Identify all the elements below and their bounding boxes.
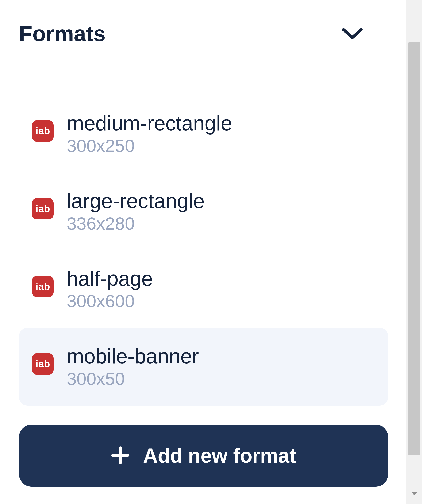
format-name: medium-rectangle — [67, 112, 232, 135]
iab-icon: iab — [32, 120, 54, 142]
scrollbar-thumb[interactable] — [409, 42, 420, 456]
format-item-medium-rectangle[interactable]: iab medium-rectangle 300x250 — [19, 95, 388, 173]
format-name: mobile-banner — [67, 345, 199, 368]
format-item-text: medium-rectangle 300x250 — [67, 112, 232, 156]
format-dimensions: 300x50 — [67, 369, 199, 389]
iab-icon: iab — [32, 276, 54, 297]
format-item-large-rectangle[interactable]: iab large-rectangle 336x280 — [19, 173, 388, 250]
scrollbar-down-arrow-icon[interactable] — [406, 483, 422, 504]
format-dimensions: 336x280 — [67, 214, 205, 234]
format-item-half-page[interactable]: iab half-page 300x600 — [19, 250, 388, 328]
format-dimensions: 300x250 — [67, 136, 232, 156]
add-new-format-button[interactable]: Add new format — [19, 425, 388, 487]
format-name: half-page — [67, 267, 153, 290]
iab-icon: iab — [32, 198, 54, 219]
formats-section-header[interactable]: Formats — [19, 21, 388, 46]
format-item-text: half-page 300x600 — [67, 267, 153, 311]
format-item-text: large-rectangle 336x280 — [67, 189, 205, 234]
svg-marker-2 — [411, 492, 417, 495]
format-item-mobile-banner[interactable]: iab mobile-banner 300x50 — [19, 328, 388, 406]
formats-panel: Formats iab medium-rectangle 300x250 iab… — [0, 0, 401, 504]
plus-icon — [111, 446, 129, 465]
iab-icon: iab — [32, 353, 54, 375]
add-new-format-label: Add new format — [143, 444, 296, 467]
format-item-text: mobile-banner 300x50 — [67, 345, 199, 389]
format-list: iab medium-rectangle 300x250 iab large-r… — [19, 95, 388, 406]
formats-section-title: Formats — [19, 21, 106, 46]
format-name: large-rectangle — [67, 189, 205, 213]
format-dimensions: 300x600 — [67, 291, 153, 311]
scrollbar-track[interactable] — [406, 0, 422, 483]
vertical-scrollbar[interactable] — [406, 0, 422, 504]
chevron-down-icon — [342, 27, 363, 41]
